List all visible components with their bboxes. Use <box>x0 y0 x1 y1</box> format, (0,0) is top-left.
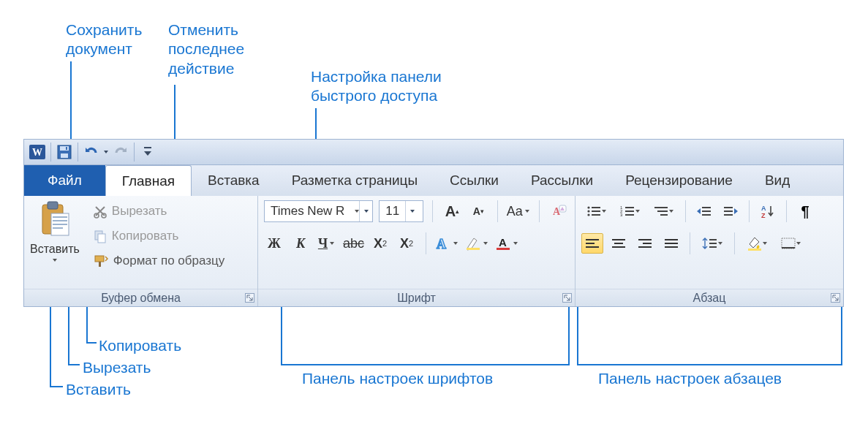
leader-line <box>577 364 842 365</box>
font-launcher[interactable] <box>562 293 572 303</box>
svg-text:A: A <box>499 236 507 249</box>
shrink-font-button[interactable]: A▾ <box>468 201 488 221</box>
tab-view[interactable]: Вид <box>749 165 806 196</box>
redo-button[interactable] <box>110 142 131 162</box>
word-logo-icon[interactable]: W <box>27 142 48 162</box>
svg-rect-44 <box>702 210 711 212</box>
svg-point-30 <box>587 210 589 212</box>
highlight-button[interactable] <box>465 233 489 254</box>
tab-insert[interactable]: Вставка <box>192 165 276 196</box>
svg-rect-39 <box>625 214 634 216</box>
leader-line <box>174 85 176 146</box>
paste-label: Вставить <box>30 243 80 256</box>
tab-review[interactable]: Рецензирование <box>609 165 749 196</box>
paste-dropdown-icon[interactable] <box>53 259 57 262</box>
tab-file[interactable]: Файл <box>24 165 105 196</box>
copy-button[interactable]: Копировать <box>90 225 227 247</box>
undo-dropdown[interactable] <box>103 142 109 162</box>
callout-font-panel: Панель настроек шрифтов <box>302 369 493 388</box>
align-justify-button[interactable] <box>660 233 682 254</box>
strikethrough-button[interactable]: abc <box>343 233 364 254</box>
callout-copy: Копировать <box>99 336 181 355</box>
separator <box>50 143 51 162</box>
svg-rect-35 <box>625 207 634 208</box>
svg-rect-40 <box>654 207 668 208</box>
superscript-button[interactable]: X2 <box>396 233 417 254</box>
ribbon: W Файл Главная Вставка Разметка страницы… <box>23 139 844 307</box>
line-spacing-button[interactable] <box>698 233 727 254</box>
svg-rect-3 <box>60 146 69 151</box>
tab-page-layout[interactable]: Разметка страницы <box>276 165 434 196</box>
sort-button[interactable]: AZ <box>757 201 779 221</box>
grow-font-button[interactable]: A▴ <box>442 201 462 221</box>
svg-rect-55 <box>614 243 623 244</box>
numbering-button[interactable]: 123 <box>615 201 644 221</box>
svg-rect-46 <box>724 207 733 208</box>
italic-button[interactable]: К <box>290 233 311 254</box>
group-label-clipboard: Буфер обмена <box>24 289 257 306</box>
paragraph-launcher[interactable] <box>831 293 840 303</box>
svg-rect-53 <box>586 246 599 248</box>
font-size-combo[interactable]: 11 <box>379 200 423 222</box>
bold-button[interactable]: Ж <box>264 233 284 254</box>
clipboard-launcher[interactable] <box>245 293 254 303</box>
text-effects-button[interactable]: A <box>435 233 459 254</box>
quick-access-toolbar: W <box>23 139 844 165</box>
svg-text:A: A <box>437 237 446 251</box>
align-right-button[interactable] <box>634 233 656 254</box>
subscript-button[interactable]: X2 <box>370 233 390 254</box>
leader-line <box>86 342 97 344</box>
align-center-button[interactable] <box>608 233 630 254</box>
tab-home[interactable]: Главная <box>105 165 192 196</box>
svg-rect-29 <box>592 207 600 208</box>
paste-button[interactable]: Вставить <box>30 200 86 262</box>
svg-rect-31 <box>592 210 600 212</box>
leader-line <box>841 307 842 365</box>
save-button[interactable] <box>54 142 75 162</box>
svg-rect-6 <box>144 147 151 148</box>
svg-rect-66 <box>748 249 761 251</box>
svg-rect-18 <box>95 256 104 262</box>
svg-point-28 <box>587 206 589 208</box>
svg-rect-19 <box>99 262 101 267</box>
clear-formatting-button[interactable]: A <box>548 201 569 221</box>
svg-rect-61 <box>665 243 678 244</box>
font-family-combo[interactable]: Times New R <box>264 200 373 222</box>
leader-line <box>70 61 72 146</box>
callout-paste: Вставить <box>66 380 131 399</box>
svg-rect-10 <box>53 216 67 218</box>
underline-button[interactable]: Ч <box>317 233 337 254</box>
svg-rect-17 <box>98 234 105 243</box>
increase-indent-button[interactable] <box>720 201 741 221</box>
svg-rect-41 <box>657 210 668 212</box>
group-paragraph: 123 AZ ¶ <box>575 196 843 306</box>
callout-save: Сохранить документ <box>66 20 142 59</box>
group-label-paragraph: Абзац <box>575 289 843 306</box>
tab-references[interactable]: Ссылки <box>434 165 515 196</box>
shading-button[interactable] <box>742 233 771 254</box>
undo-button[interactable] <box>81 142 102 162</box>
multilevel-list-button[interactable] <box>649 201 678 221</box>
borders-button[interactable] <box>776 233 805 254</box>
font-color-button[interactable]: A <box>495 233 519 254</box>
svg-rect-68 <box>782 247 795 249</box>
change-case-button[interactable]: Aa <box>507 201 530 221</box>
svg-rect-48 <box>724 214 733 216</box>
tab-mailings[interactable]: Рассылки <box>515 165 609 196</box>
svg-rect-54 <box>612 239 625 240</box>
separator <box>78 143 78 162</box>
cut-button[interactable]: Вырезать <box>90 200 227 222</box>
svg-text:Z: Z <box>761 212 766 219</box>
show-marks-button[interactable]: ¶ <box>794 201 816 221</box>
svg-rect-11 <box>53 220 67 221</box>
cut-label: Вырезать <box>112 204 167 219</box>
svg-rect-4 <box>61 153 68 158</box>
bullets-button[interactable] <box>581 201 611 221</box>
svg-rect-52 <box>586 243 595 244</box>
svg-rect-8 <box>48 202 58 209</box>
customize-qat-button[interactable] <box>137 142 158 162</box>
decrease-indent-button[interactable] <box>693 201 715 221</box>
callout-undo: Отменить последнее действие <box>168 20 244 78</box>
format-painter-button[interactable]: Формат по образцу <box>90 250 227 272</box>
align-left-button[interactable] <box>581 233 603 254</box>
